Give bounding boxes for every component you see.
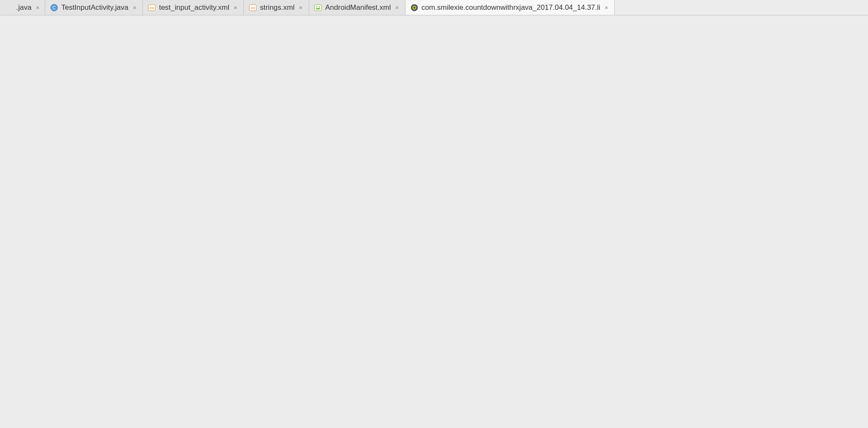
svg-point-12 bbox=[414, 7, 415, 9]
tab-label: TestInputActivity.java bbox=[61, 3, 128, 12]
editor-tab[interactable]: AndroidManifest.xml× bbox=[309, 0, 405, 15]
editor-tab[interactable]: .java× bbox=[0, 0, 45, 15]
svg-text:<>: <> bbox=[150, 6, 154, 10]
close-icon[interactable]: × bbox=[298, 4, 304, 11]
java-icon bbox=[5, 4, 13, 12]
tab-label: AndroidManifest.xml bbox=[325, 3, 391, 12]
tab-label: test_input_activity.xml bbox=[159, 3, 229, 12]
editor-tab[interactable]: CTestInputActivity.java× bbox=[45, 0, 143, 15]
editor-tabs: .java×CTestInputActivity.java×<>test_inp… bbox=[0, 0, 868, 15]
c-class-icon: C bbox=[50, 4, 58, 12]
tab-label: com.smilexie.countdownwithrxjava_2017.04… bbox=[422, 3, 601, 12]
xml-orange-icon: <> bbox=[249, 4, 257, 12]
close-icon[interactable]: × bbox=[394, 4, 400, 11]
editor-tab[interactable]: <>strings.xml× bbox=[244, 0, 309, 15]
svg-text:C: C bbox=[52, 5, 56, 10]
editor-tab[interactable]: <>test_input_activity.xml× bbox=[143, 0, 244, 15]
svg-rect-9 bbox=[316, 8, 320, 9]
close-icon[interactable]: × bbox=[233, 4, 238, 11]
close-icon[interactable]: × bbox=[604, 4, 609, 11]
svg-text:<>: <> bbox=[250, 6, 255, 10]
tab-label: strings.xml bbox=[260, 3, 295, 12]
close-icon[interactable]: × bbox=[35, 4, 41, 11]
svg-rect-6 bbox=[315, 5, 321, 11]
layout-inspector-icon bbox=[411, 4, 418, 12]
svg-point-8 bbox=[318, 6, 320, 7]
xml-android-icon bbox=[314, 4, 322, 12]
close-icon[interactable]: × bbox=[132, 4, 137, 11]
editor-tab[interactable]: com.smilexie.countdownwithrxjava_2017.04… bbox=[405, 0, 615, 15]
tab-label: .java bbox=[16, 3, 32, 12]
xml-orange-icon: <> bbox=[148, 4, 156, 12]
svg-point-7 bbox=[316, 6, 317, 7]
